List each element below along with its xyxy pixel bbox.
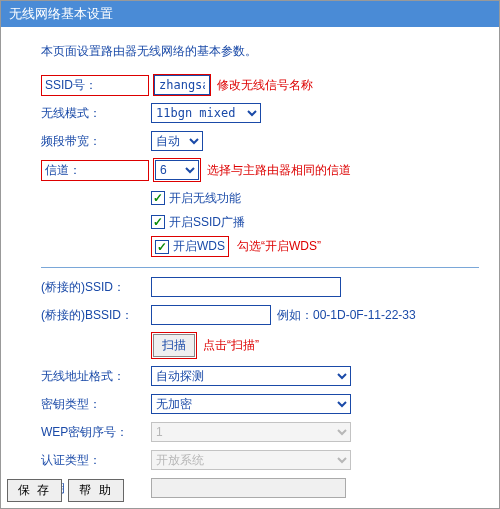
cb-row-wds: 开启WDS 勾选“开启WDS” bbox=[151, 236, 479, 257]
bandwidth-select[interactable]: 自动 bbox=[151, 131, 203, 151]
bridge-ssid-input[interactable] bbox=[151, 277, 341, 297]
key-type-select[interactable]: 无加密 bbox=[151, 394, 351, 414]
mode-select[interactable]: 11bgn mixed bbox=[151, 103, 261, 123]
cb-row-wifi: 开启无线功能 bbox=[151, 188, 479, 208]
channel-note: 选择与主路由器相同的信道 bbox=[207, 162, 351, 179]
cb-label-ssid-broadcast: 开启SSID广播 bbox=[169, 214, 245, 231]
wep-index-select: 1 bbox=[151, 422, 351, 442]
page-description: 本页面设置路由器无线网络的基本参数。 bbox=[41, 43, 479, 60]
title-text: 无线网络基本设置 bbox=[9, 6, 113, 21]
scan-highlight: 扫描 bbox=[151, 332, 197, 359]
key-input bbox=[151, 478, 346, 498]
channel-select-highlight: 6 bbox=[153, 158, 201, 182]
row-wep-index: WEP密钥序号： 1 bbox=[41, 421, 479, 443]
bridge-ssid-label: (桥接的)SSID： bbox=[41, 279, 151, 296]
row-key-type: 密钥类型： 无加密 bbox=[41, 393, 479, 415]
checkbox-ssid-broadcast[interactable] bbox=[151, 215, 165, 229]
window-frame: 无线网络基本设置 本页面设置路由器无线网络的基本参数。 SSID号： 修改无线信… bbox=[0, 0, 500, 509]
channel-label: 信道： bbox=[45, 162, 145, 179]
bssid-example: 例如：00-1D-0F-11-22-33 bbox=[277, 307, 416, 324]
auth-type-label: 认证类型： bbox=[41, 452, 151, 469]
addr-format-select[interactable]: 自动探测 bbox=[151, 366, 351, 386]
row-bridge-ssid: (桥接的)SSID： bbox=[41, 276, 479, 298]
auth-type-select: 开放系统 bbox=[151, 450, 351, 470]
cb-row-ssid-broadcast: 开启SSID广播 bbox=[151, 212, 479, 232]
channel-select[interactable]: 6 bbox=[155, 160, 199, 180]
addr-format-label: 无线地址格式： bbox=[41, 368, 151, 385]
save-button[interactable]: 保 存 bbox=[7, 479, 62, 502]
row-bandwidth: 频段带宽： 自动 bbox=[41, 130, 479, 152]
row-mode: 无线模式： 11bgn mixed bbox=[41, 102, 479, 124]
key-type-label: 密钥类型： bbox=[41, 396, 151, 413]
ssid-label-highlight: SSID号： bbox=[41, 75, 149, 96]
scan-note: 点击“扫描” bbox=[203, 337, 259, 354]
row-scan: 扫描 点击“扫描” bbox=[41, 332, 479, 359]
scan-button[interactable]: 扫描 bbox=[153, 334, 195, 357]
titlebar: 无线网络基本设置 bbox=[1, 1, 499, 27]
ssid-input[interactable] bbox=[154, 75, 210, 95]
ssid-note: 修改无线信号名称 bbox=[217, 77, 313, 94]
checkbox-enable-wifi[interactable] bbox=[151, 191, 165, 205]
row-channel: 信道： 6 选择与主路由器相同的信道 bbox=[41, 158, 479, 182]
row-addr-format: 无线地址格式： 自动探测 bbox=[41, 365, 479, 387]
cb-label-wds: 开启WDS bbox=[173, 238, 225, 255]
bridge-bssid-label: (桥接的)BSSID： bbox=[41, 307, 151, 324]
checkbox-wds[interactable] bbox=[155, 240, 169, 254]
row-bridge-bssid: (桥接的)BSSID： 例如：00-1D-0F-11-22-33 bbox=[41, 304, 479, 326]
wep-index-label: WEP密钥序号： bbox=[41, 424, 151, 441]
cb-label-wifi: 开启无线功能 bbox=[169, 190, 241, 207]
help-button[interactable]: 帮 助 bbox=[68, 479, 123, 502]
ssid-input-highlight bbox=[153, 74, 211, 96]
channel-label-highlight: 信道： bbox=[41, 160, 149, 181]
bandwidth-label: 频段带宽： bbox=[41, 133, 151, 150]
divider bbox=[41, 267, 479, 268]
row-ssid: SSID号： 修改无线信号名称 bbox=[41, 74, 479, 96]
row-auth-type: 认证类型： 开放系统 bbox=[41, 449, 479, 471]
wds-note: 勾选“开启WDS” bbox=[237, 238, 321, 255]
footer-buttons: 保 存 帮 助 bbox=[7, 479, 124, 502]
mode-label: 无线模式： bbox=[41, 105, 151, 122]
ssid-label: SSID号： bbox=[45, 77, 145, 94]
wds-highlight: 开启WDS bbox=[151, 236, 229, 257]
content-area: 本页面设置路由器无线网络的基本参数。 SSID号： 修改无线信号名称 无线模式：… bbox=[1, 27, 499, 509]
bridge-bssid-input[interactable] bbox=[151, 305, 271, 325]
